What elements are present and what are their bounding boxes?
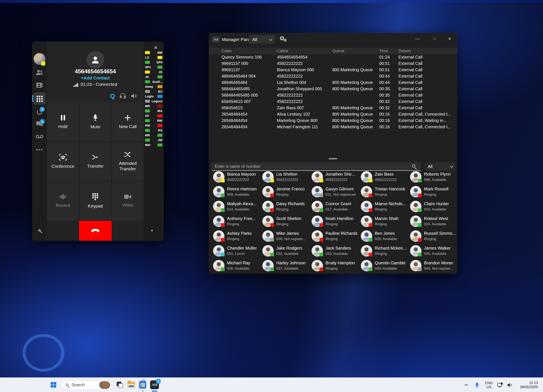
blf-key-sp1[interactable]: SP1 bbox=[144, 65, 164, 70]
call-row[interactable]: 48946465484 0044582222222200:44External … bbox=[209, 73, 457, 79]
splitter-handle[interactable] bbox=[329, 158, 337, 159]
maximize-button[interactable]: □ bbox=[428, 34, 441, 43]
blf-key-wh[interactable]: WH bbox=[144, 142, 164, 147]
contact-tile[interactable]: Claire Hunter019, Available bbox=[408, 200, 457, 214]
action-hold[interactable]: Hold bbox=[47, 102, 79, 142]
contact-tile[interactable]: Gavyn Gilmore011, Not registered bbox=[310, 185, 359, 200]
contact-tile[interactable]: Mike James026, Not register... bbox=[261, 229, 310, 244]
contact-tile[interactable]: Reece Hartman009, Available bbox=[211, 185, 261, 200]
contact-tile[interactable]: Lia Shelton45822222222 bbox=[261, 170, 310, 185]
contact-tile[interactable]: James Walker035, Available bbox=[408, 244, 457, 259]
call-row[interactable]: 658454615Zain Bass 007800 Marketing Queu… bbox=[209, 105, 457, 111]
language-indicator[interactable]: ENGUS bbox=[485, 381, 493, 392]
contact-tile[interactable]: Ashley ParksRinging bbox=[211, 229, 261, 244]
call-row[interactable]: 26548484454Alisa Lindsey 102800 Marketin… bbox=[209, 111, 457, 118]
contact-tile[interactable]: Maliyah Alexa...014, Available bbox=[211, 200, 261, 214]
blf-key-mr[interactable]: MR bbox=[144, 104, 164, 108]
speaker-icon[interactable] bbox=[131, 93, 137, 99]
network-display-icon[interactable] bbox=[497, 378, 503, 392]
contact-tile[interactable]: Noah HamiltonRinging bbox=[310, 214, 359, 229]
settings-wrench-icon[interactable] bbox=[32, 228, 47, 234]
call-row[interactable]: 48946465484Lia Shelton 004800 Marketing … bbox=[209, 79, 457, 86]
more-icon[interactable]: ••• bbox=[32, 146, 47, 153]
headset-icon[interactable] bbox=[120, 93, 126, 99]
store-button[interactable] bbox=[138, 380, 147, 390]
contact-card-icon[interactable] bbox=[32, 82, 47, 88]
contact-tile[interactable]: Jonathon She...45822222222 bbox=[310, 170, 359, 185]
action-keypad[interactable]: Keypad bbox=[79, 181, 111, 220]
blf-key-avail[interactable]: Avail... bbox=[144, 79, 164, 84]
action-transfer[interactable]: Transfer bbox=[79, 142, 111, 181]
call-row[interactable]: 99691137 0004582222222200:51External Cal… bbox=[209, 61, 457, 67]
contact-tile[interactable]: Anthony Free...Ringing bbox=[211, 214, 261, 229]
contact-tile[interactable]: Marvin ShahRinging bbox=[359, 214, 408, 229]
hangup-button[interactable] bbox=[79, 221, 112, 241]
queue-monitor-icon[interactable]: Q bbox=[110, 92, 115, 100]
call-row[interactable]: 26548484454Marketing Queue 800800 Market… bbox=[209, 118, 457, 124]
blf-key-js[interactable]: JS bbox=[144, 74, 164, 79]
start-button[interactable] bbox=[48, 380, 59, 390]
contact-tile[interactable]: Richard Mcken...Ringing bbox=[359, 244, 408, 259]
action-mute[interactable]: Mute bbox=[79, 102, 111, 142]
contact-tile[interactable]: Michael Ray036, Available bbox=[211, 259, 261, 274]
chat-icon[interactable]: 1 bbox=[32, 121, 47, 127]
blf-key-away[interactable]: Away bbox=[144, 84, 164, 89]
blf-key-js[interactable]: JS bbox=[144, 70, 164, 74]
blf-key-rm[interactable]: RM bbox=[144, 123, 164, 128]
settings-gears-icon[interactable]: ⚙⚙ bbox=[279, 35, 286, 42]
volume-icon[interactable] bbox=[507, 378, 513, 392]
contact-search-input[interactable] bbox=[212, 162, 421, 171]
task-view-button[interactable] bbox=[115, 380, 125, 390]
minimize-button[interactable]: — bbox=[411, 34, 424, 43]
contact-tile[interactable]: Tristan HancockRinging bbox=[359, 185, 408, 200]
microphone-icon[interactable] bbox=[475, 378, 479, 392]
add-contact-link[interactable]: +Add Contact bbox=[47, 75, 144, 80]
contact-filter-dropdown[interactable]: All bbox=[425, 162, 455, 171]
blf-key-ls[interactable]: LS bbox=[144, 55, 164, 60]
history-icon[interactable]: ↺ 1 bbox=[32, 108, 47, 116]
contact-tile[interactable]: Russell Simmo...Ringing bbox=[408, 229, 457, 244]
call-row[interactable]: 26548484454Michael Farington 111800 Mark… bbox=[209, 124, 457, 130]
dialpad-icon[interactable] bbox=[32, 96, 47, 102]
contact-tile[interactable]: Bianca Mayson45822222222 bbox=[211, 170, 261, 185]
blf-key-sp0[interactable]: SP0 bbox=[144, 60, 164, 65]
contact-tile[interactable]: Mark RussellRinging bbox=[408, 185, 457, 200]
contact-tile[interactable]: Zain Bass45822222222 bbox=[359, 170, 408, 185]
blf-key-logout[interactable]: Logout bbox=[144, 99, 164, 104]
contact-tile[interactable]: Brandon Moran040, Not register... bbox=[408, 259, 457, 274]
blf-key-rs[interactable]: RS bbox=[144, 128, 164, 133]
contact-tile[interactable]: Quentin Gamble039, Available bbox=[359, 259, 408, 274]
blf-key-rw[interactable]: RW bbox=[144, 118, 164, 123]
tray-chevron[interactable] bbox=[465, 378, 468, 392]
contact-tile[interactable]: Brody HamptonRinging bbox=[310, 259, 359, 274]
contact-tile[interactable]: Daisy RichardsRinging bbox=[261, 200, 310, 214]
contact-tile[interactable]: Roberto Flynn008, Available bbox=[408, 170, 457, 185]
contacts-icon[interactable] bbox=[32, 70, 47, 75]
blf-key-mj[interactable]: MJ bbox=[144, 89, 164, 94]
panel-filter-dropdown[interactable]: All bbox=[249, 35, 275, 44]
close-button[interactable]: × bbox=[443, 34, 456, 43]
blf-key-mr[interactable]: MR bbox=[144, 133, 164, 138]
voicemail-icon[interactable] bbox=[32, 134, 47, 138]
call-row[interactable]: Quincy Simmons 106456465465465401:24Exte… bbox=[209, 54, 457, 61]
action-conference[interactable]: Conference bbox=[47, 142, 79, 181]
contact-tile[interactable]: Jake Rodgers032, Available bbox=[261, 244, 310, 259]
contact-tile[interactable]: Pauline RichardsRinging bbox=[310, 229, 359, 244]
contact-tile[interactable]: Jerome FrancoRinging bbox=[261, 185, 310, 200]
taskbar-search[interactable]: Search bbox=[62, 380, 112, 389]
contact-tile[interactable]: Connor Grant017, Available bbox=[310, 200, 359, 214]
action-attended-transfer[interactable]: Attended Transfer bbox=[112, 142, 144, 181]
blf-key-ma[interactable]: MA bbox=[144, 108, 164, 113]
contact-tile[interactable]: Ben Jones028, Available bbox=[359, 229, 408, 244]
call-row[interactable]: 568484465485Jonathon Sheppard 005800 Mar… bbox=[209, 86, 457, 92]
file-explorer-button[interactable] bbox=[126, 380, 136, 390]
clock[interactable]: 11:1328/05/2025 bbox=[520, 381, 538, 389]
blf-key-af[interactable]: AF bbox=[144, 113, 164, 118]
contact-tile[interactable]: Chandler Muller031, Lunch bbox=[211, 244, 261, 259]
blf-key-jw[interactable]: JW bbox=[144, 138, 164, 142]
contact-tile[interactable]: Jack Sanders033, Available bbox=[310, 244, 359, 259]
contact-tile[interactable]: Maeve Nichols...Ringing bbox=[359, 200, 408, 214]
call-row[interactable]: 568484465485 0054582222222200:35External… bbox=[209, 92, 457, 98]
contact-tile[interactable]: Scott SheltonRinging bbox=[261, 214, 310, 229]
call-row[interactable]: 658454615 0074582222222200:32External Ca… bbox=[209, 98, 457, 105]
